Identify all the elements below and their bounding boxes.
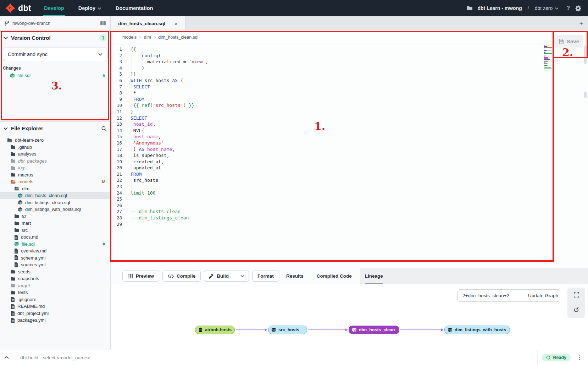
lineage-node-dim_listings_with_hosts[interactable]: dim_listings_with_hosts (444, 326, 510, 334)
tree-item-fct[interactable]: fct (0, 213, 110, 220)
lineage-selector-input[interactable] (457, 289, 526, 302)
code-area[interactable]: 1{{2 config(3 materialized = 'view',4 )5… (111, 44, 588, 227)
gear-icon[interactable] (575, 5, 582, 12)
help-icon[interactable]: ? (566, 5, 570, 11)
folder-icon (14, 221, 19, 225)
tree-item-dim[interactable]: dim (0, 185, 110, 192)
file-icon (14, 235, 18, 240)
tab-compiled-code[interactable]: Compiled Code (317, 268, 352, 284)
code-line-content: ) AS host_name, (126, 146, 588, 153)
code-line: 15 host_name, (111, 134, 588, 140)
code-line-content: FROM (126, 171, 588, 178)
tree-item-packages-yml[interactable]: packages.yml (0, 317, 110, 324)
nav-item-deploy[interactable]: Deploy (78, 0, 102, 16)
command-input[interactable] (13, 355, 537, 360)
code-line-content: NVL( (126, 127, 588, 134)
tree-item-tests[interactable]: tests (0, 289, 110, 296)
breadcrumb-item[interactable]: dim_hosts_clean.sql (158, 35, 198, 40)
dbt-logo-text: dbt (18, 4, 31, 13)
dbt-logo[interactable]: dbt (5, 3, 31, 13)
build-button[interactable]: Build (204, 271, 249, 282)
fullscreen-icon[interactable] (574, 292, 579, 298)
folder-open-icon (11, 180, 16, 184)
chevron-up-icon[interactable] (0, 356, 13, 359)
tree-item-analyses[interactable]: analyses (0, 151, 110, 158)
project-name[interactable]: dbt Learn - mwong (478, 5, 522, 11)
tree-item-dim-listings-with-hosts-sql[interactable]: dim_listings_with_hosts.sql (0, 206, 110, 213)
lineage-node-airbnb-hosts[interactable]: airbnb.hosts (195, 326, 235, 334)
line-number: 24 (111, 190, 126, 196)
tab-dim-hosts-clean[interactable]: dim_hosts_clean.sql × (111, 16, 185, 31)
tree-item-sources-yml[interactable]: sources.yml (0, 261, 110, 268)
kebab-menu-icon[interactable]: ⋮ (577, 354, 582, 361)
tree-item-label: logs (18, 165, 27, 170)
tree-item-macros[interactable]: macros (0, 171, 110, 179)
tree-item-snapshots[interactable]: snapshots (0, 275, 110, 282)
tree-item-schema-yml[interactable]: schema.yml (0, 255, 110, 262)
code-line-content: WITH src_hosts AS ( (126, 77, 588, 84)
tree-item-dim-listings-clean-sql[interactable]: dim_listings_clean.sql (0, 199, 110, 206)
tree-item-seeds[interactable]: seeds (0, 268, 110, 276)
code-line: 27-- dim_hosts_clean (111, 208, 588, 215)
changed-file-row[interactable]: file.sqlA (0, 72, 110, 79)
preview-button[interactable]: Preview (122, 271, 159, 282)
tree-item-label: tests (18, 290, 28, 295)
scrollbar-thumb[interactable] (584, 45, 587, 64)
breadcrumb-item[interactable]: dim (144, 35, 151, 40)
scrollbar-thumb[interactable] (584, 92, 587, 98)
tree-item-logs[interactable]: logs (0, 164, 110, 171)
tree-item-dbt-learn-zero[interactable]: dbt-learn-zero (0, 137, 110, 144)
tree-item-label: src (22, 228, 28, 233)
tree-item-docs-md[interactable]: docs.md (0, 234, 110, 241)
chevron-down-icon[interactable] (4, 127, 8, 130)
tree-item-models[interactable]: modelsM (0, 178, 110, 185)
chevron-down-icon[interactable] (236, 275, 249, 277)
nav-item-documentation[interactable]: Documentation (115, 0, 154, 16)
command-bar: Ready ⋮ (0, 350, 588, 365)
new-tab-plus-icon[interactable]: + (579, 16, 583, 31)
breadcrumb-item[interactable]: models (122, 35, 137, 40)
chevron-down-icon[interactable] (4, 37, 8, 39)
lineage-panel: Update Graph ↺ airbnb.hostssrc_hostsdim_… (111, 284, 588, 350)
compile-button[interactable]: Compile (162, 271, 201, 282)
commit-and-sync-button[interactable]: Commit and sync (3, 48, 107, 61)
split-view-icon[interactable] (100, 21, 106, 26)
folder-icon (11, 159, 16, 163)
environment-selector[interactable]: dbt zero (535, 5, 559, 11)
branch-name[interactable]: mwong-dev-branch (12, 21, 97, 26)
lineage-node-src_hosts[interactable]: src_hosts (268, 326, 307, 334)
tree-item--gitignore[interactable]: .gitignore (0, 296, 110, 303)
tree-item-dbt-project-yml[interactable]: dbt_project.yml (0, 310, 110, 317)
breadcrumb-separator: > (154, 35, 156, 39)
nav-item-develop[interactable]: Develop (43, 0, 65, 16)
update-graph-button[interactable]: Update Graph (526, 289, 560, 302)
search-icon[interactable] (101, 126, 107, 131)
lineage-node-dim_hosts_clean[interactable]: dim_hosts_clean (349, 326, 399, 334)
tree-item-dim-hosts-clean-sql[interactable]: dim_hosts_clean.sql (0, 192, 110, 199)
reset-view-icon[interactable]: ↺ (573, 306, 579, 314)
tree-item-readme-md[interactable]: README.md (0, 303, 110, 310)
chevron-down-icon[interactable] (93, 48, 107, 61)
tree-item-overview-md[interactable]: overview.md (0, 247, 110, 255)
tree-item-dbt-packages[interactable]: dbt_packages (0, 158, 110, 165)
tab-results[interactable]: Results (286, 268, 304, 284)
line-number: 26 (111, 202, 126, 209)
tree-item-target[interactable]: target (0, 282, 110, 289)
chevron-down-icon (555, 7, 559, 10)
code-line-content: {{ ref('src_hosts') }} (126, 102, 588, 109)
line-number: 7 (111, 84, 126, 90)
button-label: Preview (136, 273, 154, 279)
tree-item-src[interactable]: src (0, 227, 110, 234)
format-button[interactable]: Format (252, 271, 279, 282)
button-main[interactable]: Build (204, 273, 233, 279)
tree-item-file-sql[interactable]: file.sqlA (0, 241, 110, 248)
tab-lineage[interactable]: Lineage (365, 268, 383, 284)
added-badge: A (102, 73, 105, 78)
folder-icon (11, 173, 16, 177)
file-icon (11, 304, 15, 309)
close-icon[interactable]: × (174, 21, 178, 27)
tree-item--github[interactable]: .github (0, 144, 110, 151)
minimap[interactable] (544, 45, 552, 70)
tree-item-mart[interactable]: mart (0, 220, 110, 227)
code-line: 10 {{ ref('src_hosts') }} (111, 102, 588, 109)
